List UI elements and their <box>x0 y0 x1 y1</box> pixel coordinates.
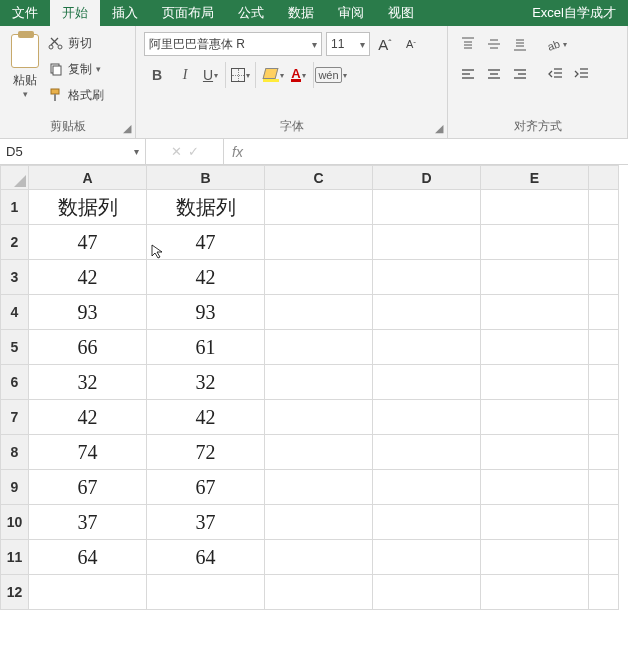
cell[interactable] <box>481 575 589 610</box>
cut-button[interactable]: 剪切 <box>48 32 104 54</box>
cell[interactable]: 64 <box>147 540 265 575</box>
column-header[interactable]: A <box>29 166 147 190</box>
increase-indent-button[interactable] <box>570 62 594 86</box>
align-center-button[interactable] <box>482 62 506 86</box>
cell[interactable]: 67 <box>29 470 147 505</box>
cell[interactable] <box>481 225 589 260</box>
align-left-button[interactable] <box>456 62 480 86</box>
cell[interactable] <box>147 575 265 610</box>
cell[interactable]: 32 <box>29 365 147 400</box>
cell[interactable] <box>373 260 481 295</box>
cell[interactable] <box>373 575 481 610</box>
cell[interactable]: 93 <box>147 295 265 330</box>
cell[interactable] <box>373 470 481 505</box>
tab-page-layout[interactable]: 页面布局 <box>150 0 226 26</box>
cell[interactable] <box>265 470 373 505</box>
formula-input[interactable] <box>251 139 628 164</box>
cell[interactable] <box>589 540 619 575</box>
cell[interactable] <box>481 435 589 470</box>
tab-data[interactable]: 数据 <box>276 0 326 26</box>
column-header[interactable] <box>589 166 619 190</box>
name-box[interactable]: D5 ▾ <box>0 139 146 164</box>
row-header[interactable]: 10 <box>1 505 29 540</box>
row-header[interactable]: 12 <box>1 575 29 610</box>
cell[interactable] <box>373 190 481 225</box>
cell[interactable] <box>265 190 373 225</box>
cell[interactable] <box>481 400 589 435</box>
bold-button[interactable]: B <box>144 62 170 88</box>
underline-button[interactable]: U▾ <box>200 62 226 88</box>
cell[interactable] <box>589 400 619 435</box>
cell[interactable] <box>481 330 589 365</box>
cell[interactable] <box>589 225 619 260</box>
cell[interactable]: 74 <box>29 435 147 470</box>
row-header[interactable]: 9 <box>1 470 29 505</box>
cell[interactable] <box>373 330 481 365</box>
cell[interactable] <box>265 435 373 470</box>
cell[interactable]: 32 <box>147 365 265 400</box>
italic-button[interactable]: I <box>172 62 198 88</box>
tab-review[interactable]: 审阅 <box>326 0 376 26</box>
cell[interactable] <box>589 470 619 505</box>
cell[interactable] <box>589 435 619 470</box>
cell[interactable]: 数据列 <box>29 190 147 225</box>
cell[interactable]: 93 <box>29 295 147 330</box>
spreadsheet-grid[interactable]: ABCDE1数据列数据列2474734242493935666163232742… <box>0 165 628 610</box>
row-header[interactable]: 5 <box>1 330 29 365</box>
cell[interactable] <box>373 295 481 330</box>
cell[interactable] <box>481 505 589 540</box>
tab-view[interactable]: 视图 <box>376 0 426 26</box>
cell[interactable] <box>589 505 619 540</box>
tab-home[interactable]: 开始 <box>50 0 100 26</box>
cell[interactable] <box>265 295 373 330</box>
row-header[interactable]: 1 <box>1 190 29 225</box>
cell[interactable]: 47 <box>147 225 265 260</box>
cell[interactable] <box>481 470 589 505</box>
tab-insert[interactable]: 插入 <box>100 0 150 26</box>
borders-button[interactable]: ▾ <box>230 62 256 88</box>
cancel-formula-button[interactable]: ✕ <box>171 144 182 159</box>
cell[interactable] <box>481 260 589 295</box>
cell[interactable] <box>589 260 619 295</box>
dialog-launcher-icon[interactable]: ◢ <box>435 122 443 135</box>
cell[interactable]: 66 <box>29 330 147 365</box>
cell[interactable] <box>373 365 481 400</box>
cell[interactable] <box>373 505 481 540</box>
cell[interactable] <box>265 575 373 610</box>
copy-button[interactable]: 复制 ▾ <box>48 58 104 80</box>
align-middle-button[interactable] <box>482 32 506 56</box>
cell[interactable] <box>265 400 373 435</box>
tab-file[interactable]: 文件 <box>0 0 50 26</box>
increase-font-button[interactable]: Aˆ <box>374 32 396 56</box>
cell[interactable]: 37 <box>29 505 147 540</box>
align-right-button[interactable] <box>508 62 532 86</box>
column-header[interactable]: E <box>481 166 589 190</box>
enter-formula-button[interactable]: ✓ <box>188 144 199 159</box>
cell[interactable] <box>481 295 589 330</box>
select-all-corner[interactable] <box>1 166 29 190</box>
cell[interactable] <box>265 505 373 540</box>
fx-icon[interactable]: fx <box>224 139 251 164</box>
orientation-button[interactable]: ab▾ <box>544 32 568 56</box>
paste-button[interactable]: 粘贴 ▾ <box>6 30 44 99</box>
tab-formulas[interactable]: 公式 <box>226 0 276 26</box>
cell[interactable] <box>481 190 589 225</box>
column-header[interactable]: C <box>265 166 373 190</box>
cell[interactable]: 数据列 <box>147 190 265 225</box>
font-name-select[interactable]: 阿里巴巴普惠体 R ▾ <box>144 32 322 56</box>
cell[interactable]: 42 <box>147 400 265 435</box>
cell[interactable] <box>589 190 619 225</box>
cell[interactable]: 64 <box>29 540 147 575</box>
row-header[interactable]: 3 <box>1 260 29 295</box>
align-top-button[interactable] <box>456 32 480 56</box>
cell[interactable] <box>373 435 481 470</box>
row-header[interactable]: 7 <box>1 400 29 435</box>
cell[interactable]: 37 <box>147 505 265 540</box>
cell[interactable]: 72 <box>147 435 265 470</box>
row-header[interactable]: 8 <box>1 435 29 470</box>
font-color-button[interactable]: A▾ <box>288 62 314 88</box>
row-header[interactable]: 2 <box>1 225 29 260</box>
align-bottom-button[interactable] <box>508 32 532 56</box>
row-header[interactable]: 4 <box>1 295 29 330</box>
font-size-select[interactable]: 11 ▾ <box>326 32 370 56</box>
